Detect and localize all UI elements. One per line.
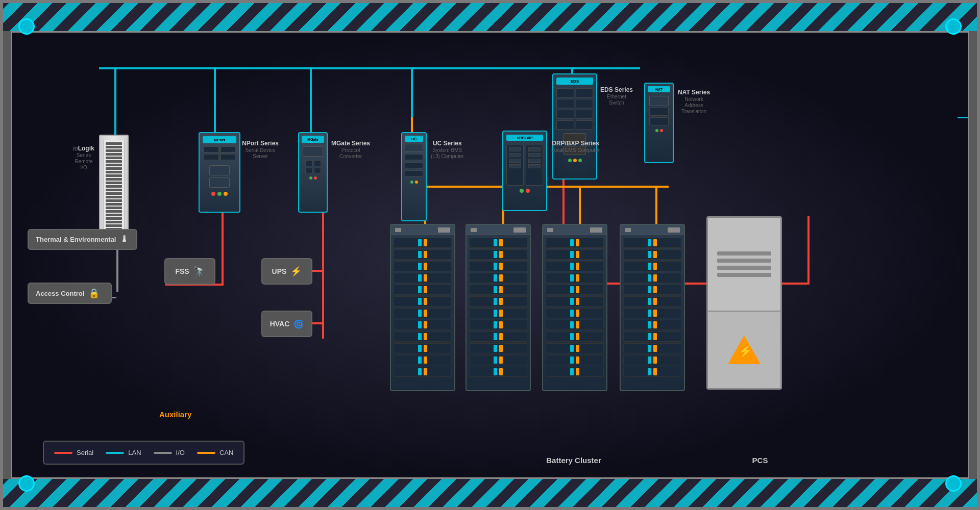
- hazard-stripe-top: [3, 3, 977, 31]
- lan-cable-main: [99, 67, 640, 69]
- serial-mgate-down: [322, 206, 324, 339]
- can-line-icon: [197, 452, 215, 454]
- auxiliary-text: Auxiliary: [159, 410, 191, 419]
- pcs-unit: ⚡: [706, 216, 782, 390]
- pcs-text: PCS: [752, 456, 768, 465]
- battery-unit-3: [542, 224, 607, 391]
- bolt-bottom-left: [18, 475, 35, 492]
- eds-device: EDS: [552, 73, 597, 180]
- legend-io: I/O: [154, 449, 185, 456]
- eds-label: EDS Series Ethernet Switch: [600, 86, 633, 106]
- legend-can: CAN: [197, 449, 233, 456]
- battery-unit-2: [465, 224, 531, 391]
- uc-label: UC Series System BMS (L3) Computer: [431, 140, 463, 159]
- ups-device: UPS ⚡: [261, 258, 312, 285]
- access-text: Access Control: [36, 290, 84, 297]
- hvac-device: HVAC 🌀: [261, 311, 312, 337]
- uc-device: UC: [401, 132, 427, 221]
- bolt-bottom-right: [945, 475, 962, 492]
- serial-legend-label: Serial: [77, 449, 93, 456]
- nat-device: NAT: [644, 83, 674, 163]
- can-legend-label: CAN: [219, 449, 233, 456]
- hvac-label: HVAC: [270, 320, 290, 328]
- legend-serial: Serial: [54, 449, 93, 456]
- io-legend-label: I/O: [176, 449, 185, 456]
- outer-frame: ioLogik Series Remote I/O NPort: [0, 0, 980, 510]
- lan-drop-iologik: [114, 67, 116, 144]
- serial-nport-down: [222, 206, 224, 284]
- iologik-device: [99, 135, 129, 242]
- battery-cluster-label: Battery Cluster: [446, 456, 701, 465]
- lan-line-icon: [106, 452, 124, 454]
- hazard-stripe-bottom: [3, 479, 977, 507]
- mgate-device: MGate: [298, 132, 328, 213]
- auxiliary-label: Auxiliary: [159, 410, 191, 419]
- mgate-label: MGate Series Protocol Converter: [331, 140, 370, 159]
- legend-lan: LAN: [106, 449, 141, 456]
- ups-label: UPS: [272, 267, 287, 275]
- io-line-icon: [154, 452, 172, 454]
- access-control-label: Access Control 🔒: [28, 283, 112, 304]
- lan-legend-label: LAN: [128, 449, 141, 456]
- bolt-top-left: [18, 18, 35, 35]
- external-lan-line: [958, 117, 968, 118]
- battery-unit-1: [390, 224, 455, 391]
- bolt-top-right: [945, 18, 962, 35]
- thermal-label: Thermal & Environmental 🌡: [28, 229, 137, 250]
- serial-pcs-drop: [807, 216, 810, 285]
- battery-cluster-text: Battery Cluster: [546, 456, 601, 465]
- iologik-series-label: ioLogik Series Remote I/O: [71, 145, 96, 170]
- can-drop-3: [579, 186, 581, 225]
- fss-device: FSS 🔭: [164, 258, 215, 285]
- nport-label: NPort Series Serial Device Server: [242, 140, 279, 159]
- thermal-text: Thermal & Environmental: [36, 236, 116, 243]
- nport-device: NPort: [199, 132, 240, 213]
- pcs-label: PCS: [724, 456, 796, 465]
- legend: Serial LAN I/O CAN: [43, 441, 244, 465]
- inner-panel: ioLogik Series Remote I/O NPort: [11, 31, 969, 479]
- drp-device: DRP/BXP: [502, 131, 547, 211]
- can-drop-4: [655, 186, 657, 225]
- battery-unit-4: [620, 224, 685, 391]
- fss-label: FSS: [175, 267, 189, 275]
- nat-label: NAT Series Network Address Translation: [678, 89, 710, 114]
- serial-line-icon: [54, 452, 72, 454]
- drp-label: DRP/BXP Series Local EMS Computer: [551, 140, 600, 153]
